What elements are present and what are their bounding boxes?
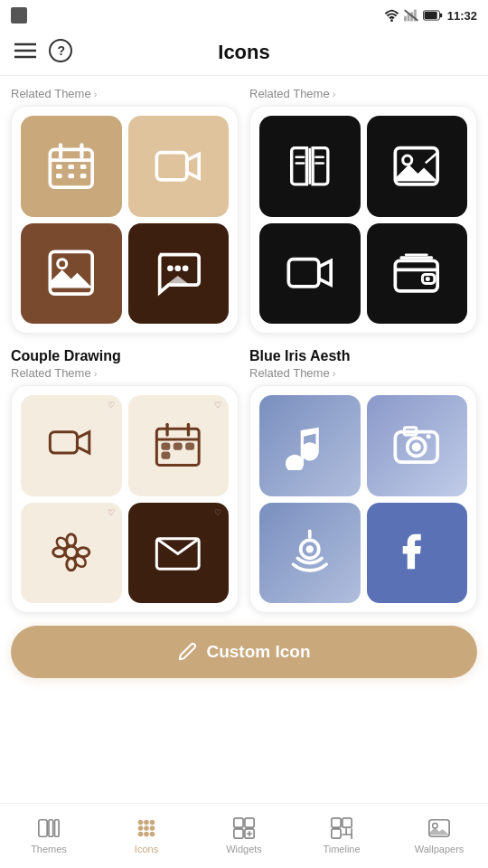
svg-point-67 bbox=[306, 546, 314, 553]
book-icon-cell[interactable] bbox=[259, 116, 361, 217]
status-square-icon bbox=[11, 7, 27, 24]
sketch-calendar-cell[interactable]: ♡ bbox=[128, 395, 230, 496]
svg-point-0 bbox=[390, 19, 393, 22]
battery-icon bbox=[423, 10, 443, 21]
svg-point-62 bbox=[412, 442, 421, 451]
status-right: 11:32 bbox=[384, 9, 477, 23]
svg-rect-43 bbox=[50, 432, 77, 453]
svg-rect-87 bbox=[343, 818, 352, 827]
svg-point-27 bbox=[168, 266, 174, 272]
widgets-label: Widgets bbox=[226, 844, 262, 854]
top-sections: Related Theme › bbox=[11, 87, 477, 334]
help-icon[interactable]: ? bbox=[49, 39, 72, 66]
svg-rect-68 bbox=[39, 820, 47, 837]
music-icon-cell[interactable] bbox=[259, 395, 361, 496]
icon-grid-4 bbox=[259, 395, 467, 603]
svg-rect-70 bbox=[55, 820, 60, 837]
status-left bbox=[11, 7, 27, 24]
related-theme-link-4[interactable]: Related Theme › bbox=[249, 366, 477, 380]
svg-rect-81 bbox=[245, 818, 254, 827]
chevron-icon-3: › bbox=[94, 368, 98, 379]
nav-item-wallpapers[interactable]: Wallpapers bbox=[390, 812, 488, 854]
main-content: Related Theme › bbox=[0, 76, 488, 803]
icon-grid-3: ♡ ♡ bbox=[21, 395, 229, 603]
svg-rect-80 bbox=[234, 818, 243, 827]
header-left[interactable]: ? bbox=[14, 39, 72, 66]
hamburger-icon[interactable] bbox=[14, 42, 36, 62]
svg-text:?: ? bbox=[58, 43, 66, 58]
icons-label: Icons bbox=[135, 844, 158, 854]
svg-point-36 bbox=[403, 156, 412, 165]
video2-icon-cell[interactable] bbox=[259, 223, 361, 325]
couple-drawing-title: Couple Drawing bbox=[11, 348, 239, 364]
svg-point-77 bbox=[138, 832, 144, 837]
sketch-flower-cell[interactable]: ♡ bbox=[21, 503, 122, 604]
camera-icon-cell[interactable] bbox=[367, 395, 468, 496]
icon-grid-1 bbox=[21, 116, 229, 324]
svg-point-73 bbox=[150, 820, 155, 826]
svg-point-74 bbox=[138, 826, 144, 831]
related-theme-link-1[interactable]: Related Theme › bbox=[11, 87, 239, 100]
themes-icon-wrap bbox=[36, 816, 61, 841]
gallery-icon-cell[interactable] bbox=[21, 223, 122, 325]
svg-point-28 bbox=[175, 266, 182, 272]
svg-rect-23 bbox=[80, 174, 87, 178]
themes-label: Themes bbox=[31, 844, 67, 854]
widgets-icon bbox=[232, 816, 256, 840]
named-sections: Couple Drawing Related Theme › ♡ bbox=[11, 348, 477, 613]
custom-icon-button[interactable]: Custom Icon bbox=[11, 626, 477, 678]
svg-rect-38 bbox=[396, 261, 438, 291]
header: ? Icons bbox=[0, 29, 488, 76]
svg-rect-19 bbox=[68, 165, 74, 169]
wallet-icon-cell[interactable] bbox=[367, 223, 468, 325]
svg-rect-8 bbox=[440, 14, 442, 18]
timeline-label: Timeline bbox=[323, 844, 360, 854]
svg-rect-51 bbox=[164, 453, 170, 458]
svg-point-75 bbox=[144, 826, 149, 831]
blue-iris-title: Blue Iris Aesth bbox=[249, 348, 477, 364]
icon-grid-card-3: ♡ ♡ bbox=[11, 385, 239, 613]
wifi-icon bbox=[384, 9, 399, 22]
icon-grid-card-1 bbox=[11, 106, 239, 334]
chevron-icon-1: › bbox=[94, 89, 98, 99]
themes-icon bbox=[37, 816, 61, 840]
podcast-icon-cell[interactable] bbox=[259, 503, 361, 604]
svg-rect-21 bbox=[56, 174, 62, 178]
svg-point-63 bbox=[427, 434, 431, 439]
bottom-nav: Themes Icons bbox=[0, 803, 488, 868]
timeline-icon bbox=[330, 816, 353, 840]
icon-grid-2 bbox=[259, 116, 467, 324]
svg-point-29 bbox=[183, 266, 189, 272]
sketch-video-cell[interactable]: ♡ bbox=[21, 395, 122, 496]
video-icon-cell[interactable] bbox=[128, 116, 230, 217]
facebook-icon-cell[interactable] bbox=[367, 503, 468, 604]
nav-item-themes[interactable]: Themes bbox=[0, 812, 98, 854]
svg-point-78 bbox=[144, 832, 149, 837]
top-section-right: Related Theme › bbox=[249, 87, 477, 334]
icons-icon bbox=[135, 816, 158, 840]
sketch-mail-cell[interactable]: ♡ bbox=[128, 503, 230, 604]
signal-icon bbox=[404, 9, 418, 22]
svg-point-72 bbox=[144, 820, 149, 826]
pencil-icon bbox=[177, 642, 197, 662]
nav-item-icons[interactable]: Icons bbox=[98, 812, 195, 854]
photo-icon-cell[interactable] bbox=[367, 116, 468, 217]
related-theme-link-2[interactable]: Related Theme › bbox=[249, 87, 477, 100]
status-bar: 11:32 bbox=[0, 0, 488, 29]
nav-item-widgets[interactable]: Widgets bbox=[195, 812, 293, 854]
wallpapers-icon bbox=[427, 816, 451, 840]
svg-rect-24 bbox=[157, 153, 187, 180]
related-theme-link-3[interactable]: Related Theme › bbox=[11, 366, 239, 380]
calendar-icon-cell[interactable] bbox=[21, 116, 122, 217]
svg-point-79 bbox=[150, 832, 155, 837]
nav-item-timeline[interactable]: Timeline bbox=[293, 812, 390, 854]
svg-rect-69 bbox=[49, 820, 53, 837]
top-section-left: Related Theme › bbox=[11, 87, 239, 334]
svg-point-40 bbox=[426, 277, 430, 281]
icon-grid-card-4 bbox=[249, 385, 477, 613]
svg-point-76 bbox=[150, 826, 155, 831]
chat-icon-cell[interactable] bbox=[128, 223, 230, 325]
chevron-icon-2: › bbox=[333, 89, 336, 99]
blue-iris-section: Blue Iris Aesth Related Theme › bbox=[249, 348, 477, 613]
svg-rect-48 bbox=[164, 444, 170, 448]
